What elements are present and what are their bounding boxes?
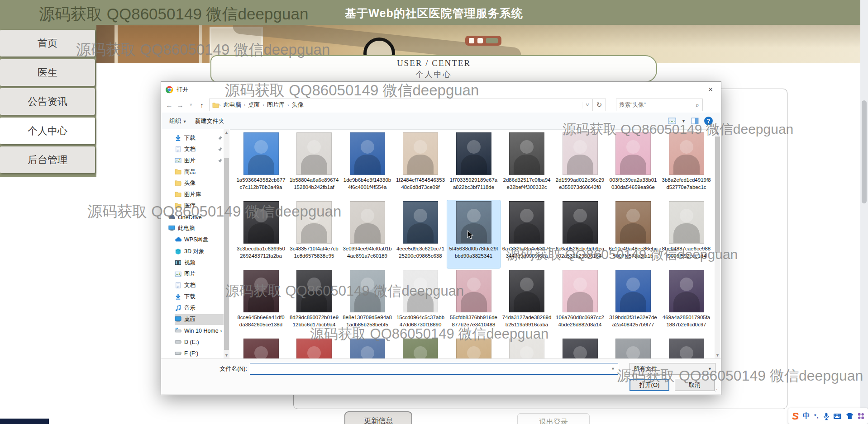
tree-item-3[interactable]: 图片: [175, 155, 224, 166]
file-item-partial[interactable]: [341, 338, 394, 358]
up-icon[interactable]: ↑: [196, 101, 207, 109]
tree-item-20[interactable]: E (F:): [175, 348, 224, 358]
resize-grip[interactable]: ⋰: [715, 388, 720, 394]
grid-scrollbar[interactable]: ▲ ▼: [715, 129, 720, 358]
tree-item-17[interactable]: 桌面: [175, 314, 224, 325]
file-item-partial[interactable]: [553, 338, 606, 358]
address-bar[interactable]: ›此电脑›桌面›图片库›头像˅: [209, 99, 593, 111]
preview-pane-icon[interactable]: [691, 118, 699, 124]
page-scrollbar[interactable]: [860, 0, 868, 424]
file-item-12[interactable]: 3e0394ee94fcf0a01b4ae891a7c60189: [341, 200, 394, 268]
scroll-down-icon[interactable]: ▼: [715, 352, 720, 358]
back-icon[interactable]: ←: [164, 101, 175, 109]
keyboard-icon[interactable]: [833, 413, 842, 419]
file-item-partial[interactable]: [394, 338, 447, 358]
file-item-13[interactable]: 4eee5d9c3c620cc7125200e09865c638: [394, 200, 447, 268]
cancel-button[interactable]: 取消: [675, 379, 715, 391]
file-item-26[interactable]: 319bdd3f31e32e7dea2a4084257b9f77: [607, 269, 660, 337]
file-item-17[interactable]: 6e10c49a48ee86ebc5007fc573b3fa1b: [607, 200, 660, 268]
file-item-10[interactable]: 3c3becdba1c6369502692483712fa2ba: [234, 200, 287, 268]
sidebar-item-3[interactable]: 公告资讯: [0, 88, 95, 115]
sogou-logo-icon[interactable]: S: [792, 411, 799, 421]
tree-item-18[interactable]: Win 10 Home ›: [175, 325, 224, 336]
forward-icon[interactable]: →: [175, 101, 186, 109]
file-item-partial[interactable]: [660, 338, 713, 358]
tree-item-16[interactable]: 音乐: [175, 303, 224, 314]
microphone-icon[interactable]: [823, 412, 830, 420]
sidebar-item-1[interactable]: 首页: [0, 30, 95, 57]
file-item-27[interactable]: 469a4a285017905fa1887b2effcd0c97: [660, 269, 713, 337]
carousel-dot-1[interactable]: [469, 38, 474, 43]
help-icon[interactable]: ?: [704, 117, 713, 125]
file-item-25[interactable]: 106a760d8c0697cc24bde26d882d8a14: [553, 269, 606, 337]
filetype-select[interactable]: 所有文件 ▼: [630, 363, 715, 375]
tree-item-15[interactable]: 下载: [175, 291, 224, 302]
file-item-14[interactable]: 5f45638df0b78fdc29fbbd90a3825341: [447, 200, 500, 268]
file-item-partial[interactable]: [501, 338, 553, 358]
tree-scrollbar-thumb[interactable]: [224, 158, 229, 350]
skin-icon[interactable]: [846, 413, 854, 419]
tree-item-13[interactable]: 图片: [175, 269, 224, 279]
file-item-16[interactable]: 6c6a0528ebc9db9ea02a532b29606164: [553, 200, 606, 268]
breadcrumb-item[interactable]: 此电脑: [221, 101, 244, 109]
tree-scrollbar[interactable]: ▲ ▼: [224, 129, 229, 358]
file-item-15[interactable]: 6a7332bd3a4e631713447d9d9909f6ea: [501, 200, 553, 268]
page-scrollbar-thumb[interactable]: [862, 100, 867, 203]
file-item-24[interactable]: 74da3127ade38269db25119a9916caba: [501, 269, 553, 337]
sidebar-item-4[interactable]: 个人中心: [0, 118, 95, 144]
breadcrumb-item[interactable]: 图片库: [264, 101, 287, 109]
tree-item-1[interactable]: 下载: [175, 132, 224, 143]
tree-item-12[interactable]: 视频: [175, 257, 224, 268]
filename-dropdown-icon[interactable]: ▼: [611, 367, 615, 371]
tree-item-11[interactable]: 3D 对象: [175, 246, 224, 257]
tree-item-10[interactable]: WPS网盘: [175, 235, 224, 245]
tree-item-2[interactable]: 文档: [175, 144, 224, 155]
tree-item-4[interactable]: 商品: [175, 166, 224, 177]
sidebar-item-5[interactable]: 后台管理: [0, 146, 95, 173]
file-item-21[interactable]: 8e8e130709d5e94a81adb85b258bebf5: [341, 269, 394, 337]
scroll-up-icon[interactable]: ▲: [715, 129, 720, 136]
address-dropdown-icon[interactable]: ˅: [582, 102, 592, 108]
file-item-11[interactable]: 3c4835710f4af4e7cb1c8d6575838e95: [288, 200, 341, 268]
tree-item-5[interactable]: 头像: [175, 178, 224, 188]
file-item-partial[interactable]: [288, 338, 341, 358]
view-dropdown-icon[interactable]: ▼: [682, 119, 686, 123]
file-item-1[interactable]: 1a5936643582cb677c7c112b78b3a49a: [234, 132, 287, 199]
new-folder-button[interactable]: 新建文件夹: [195, 117, 224, 125]
search-box[interactable]: ⌕: [616, 99, 703, 111]
file-item-23[interactable]: 55cfdb8376bb916de877b2e7e3410488: [447, 269, 500, 337]
scroll-down-icon[interactable]: ▼: [224, 352, 229, 358]
carousel-dot-2[interactable]: [477, 38, 483, 43]
refresh-icon[interactable]: ↻: [593, 99, 606, 111]
grid-scrollbar-thumb[interactable]: [715, 137, 720, 253]
filename-input[interactable]: ▼: [250, 363, 618, 375]
update-info-button[interactable]: 更新信息: [344, 411, 412, 424]
chinese-input-icon[interactable]: 中: [803, 411, 810, 421]
file-item-7[interactable]: 2d1599ad012c36c29e355073d60643f8: [553, 132, 606, 199]
sidebar-item-2[interactable]: 医生: [0, 59, 95, 86]
file-item-20[interactable]: 8d29dc850072b01e912bbc6d17bcb9a4: [288, 269, 341, 337]
file-item-5[interactable]: 1f70335929189e67aa822bc3bf7118de: [447, 132, 500, 199]
carousel-dot-3[interactable]: [486, 38, 498, 43]
tree-item-9[interactable]: 此电脑: [168, 223, 224, 234]
tree-item-6[interactable]: 图片库: [175, 189, 224, 200]
tree-item-14[interactable]: 文档: [175, 280, 224, 291]
breadcrumb-item[interactable]: 头像: [289, 101, 306, 109]
punctuation-icon[interactable]: °,: [814, 413, 819, 419]
file-item-partial[interactable]: [234, 338, 287, 358]
scroll-up-icon[interactable]: ▲: [224, 129, 229, 136]
logout-button[interactable]: 退出登录: [517, 413, 590, 424]
search-input[interactable]: [616, 102, 696, 108]
file-item-8[interactable]: 003f3c39ea2a33b01030da54659ea96e: [607, 132, 660, 199]
file-item-6[interactable]: 2d86d32517c0fba94e32bef4f300332c: [501, 132, 553, 199]
file-item-9[interactable]: 3b8a2efed1cd4919f8d52770e7abec1c: [660, 132, 713, 199]
file-item-2[interactable]: 1b58804a6a6e89674152804b242fb1af: [288, 132, 341, 199]
organize-menu[interactable]: 组织 ▼: [169, 117, 187, 125]
tree-item-8[interactable]: OneDrive: [168, 212, 224, 223]
file-item-partial[interactable]: [447, 338, 500, 358]
file-item-19[interactable]: 8cce645b6e6a41df0da3842605ce138d: [234, 269, 287, 337]
close-icon[interactable]: ×: [705, 84, 716, 95]
breadcrumb-item[interactable]: 桌面: [245, 101, 262, 109]
dialog-titlebar[interactable]: 打开 ×: [161, 82, 721, 97]
file-item-partial[interactable]: [607, 338, 660, 358]
